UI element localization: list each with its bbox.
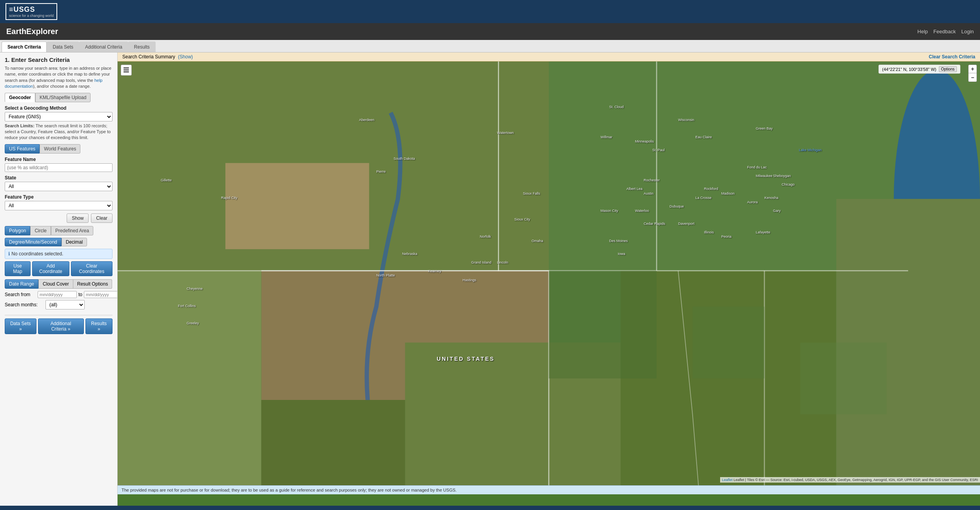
geocoding-method-label: Select a Geocoding Method [5,105,113,111]
layer-icon[interactable] [121,65,132,76]
site-header: ≡USGS science for a changing world [0,0,980,23]
add-coordinate-button[interactable]: Add Coordinate [32,261,69,276]
coordinate-buttons: Use Map Add Coordinate Clear Coordinates [5,261,113,276]
feature-name-input[interactable] [5,163,113,172]
clear-button[interactable]: Clear [91,213,113,223]
area-tab-predefined[interactable]: Predefined Area [51,226,93,235]
clear-coordinates-button[interactable]: Clear Coordinates [71,261,113,276]
zoom-out-button[interactable]: − [968,73,977,82]
city-label-chicago: Chicago [782,183,795,186]
svg-rect-16 [123,71,129,72]
geocoding-method-select[interactable]: Feature (GNIS) Address City Country [5,112,113,121]
map-header-text: Search Criteria Summary (Show) [122,54,193,60]
show-link[interactable]: (Show) [178,54,193,60]
city-label-lafayette: Lafayette [756,230,770,234]
options-button[interactable]: Options [939,66,957,72]
map-area: Search Criteria Summary (Show) Clear Sea… [118,52,980,506]
svg-rect-15 [123,69,129,71]
coord-tab-degree[interactable]: Degree/Minute/Second [5,238,62,246]
city-label-waterloo: Waterloo [635,209,649,213]
city-label-albertlea: Albert Lea [626,187,642,191]
section-heading: 1. Enter Search Criteria [5,56,113,63]
search-months-row: Search months: (all) January February [5,300,113,309]
top-nav: Help Feedback Login [917,29,974,34]
tab-search-criteria[interactable]: Search Criteria [2,42,47,52]
app-title: EarthExplorer [6,27,58,36]
feature-tabs: US Features World Features [5,144,113,154]
map-notice: The provided maps are not for purchase o… [118,485,980,494]
map-attribution: Leaflet Leaflet | Tiles © Esri — Source:… [720,477,980,483]
main-tabs: Search Criteria Data Sets Additional Cri… [0,40,980,52]
city-label-aberdeen: Aberdeen [359,118,374,122]
city-label-rockford: Rockford [704,187,718,191]
feature-type-label: Feature Type [5,194,113,200]
city-label-northplatte: North Platte [376,273,395,277]
subtab-geocoder[interactable]: Geocoder [5,93,35,102]
city-label-willmar: Willmar [601,135,612,139]
title-bar: EarthExplorer Help Feedback Login [0,23,980,40]
leaflet-link[interactable]: Leaflet [722,478,733,482]
site-footer: DOI Privacy Policy | Legal | Accessibili… [0,506,980,510]
date-from-row: Search from to [5,291,113,298]
city-label-wisconsin: Wisconsin [678,118,694,122]
subtab-kml[interactable]: KML/Shapefile Upload [35,93,91,102]
city-label-cedarrapids: Cedar Rapids [644,222,665,226]
date-tab-result[interactable]: Result Options [73,279,113,289]
area-tabs: Polygon Circle Predefined Area [5,226,113,235]
zoom-in-button[interactable]: + [968,65,977,73]
city-label-fondulac: Fond du Lac [747,165,767,169]
city-label-greeley: Greeley [187,321,199,325]
city-label-aurora: Aurora [747,200,758,204]
area-tab-circle[interactable]: Circle [30,226,51,235]
city-label-kenosha: Kenosha [764,196,779,200]
map-canvas[interactable]: Aberdeen St. Cloud Willmar Minneapolis S… [118,61,980,494]
area-tab-polygon[interactable]: Polygon [5,226,30,235]
city-label-davenport: Davenport [678,222,695,226]
city-label-austin: Austin [644,192,653,195]
additional-criteria-nav-btn[interactable]: Additional Criteria » [38,318,84,334]
clear-search-criteria-link[interactable]: Clear Search Criteria [929,54,975,60]
coord-display: (44°22'21" N, 100°33'58" W) Options [878,65,960,74]
btn-world-features[interactable]: World Features [40,144,80,154]
login-link[interactable]: Login [961,29,974,34]
feedback-link[interactable]: Feedback [933,29,956,34]
city-label-madison: Madison [721,192,735,195]
btn-us-features[interactable]: US Features [5,144,40,154]
tab-results[interactable]: Results [128,42,156,52]
date-to-input[interactable] [84,291,118,298]
show-button[interactable]: Show [67,213,89,223]
date-tab-range[interactable]: Date Range [5,279,38,289]
svg-rect-7 [261,400,405,494]
city-label-masoncity: Mason City [601,209,618,213]
city-label-lincoln: Lincoln [497,260,508,264]
city-label-eauclaire: Eau Claire [695,135,712,139]
state-select[interactable]: All Alabama Alaska [5,182,113,191]
coord-tabs: Degree/Minute/Second Decimal [5,238,113,246]
results-nav-btn[interactable]: Results » [85,318,113,334]
date-from-input[interactable] [38,291,77,298]
no-coords-message: No coordinates selected. [5,249,113,259]
city-label-southdakota: South Dakota [394,157,415,161]
help-link[interactable]: Help [917,29,928,34]
city-label-unitedstates: UNITED STATES [437,356,495,362]
data-sets-nav-btn[interactable]: Data Sets » [5,318,36,334]
date-tab-cloud[interactable]: Cloud Cover [38,279,73,289]
feature-type-select[interactable]: All Airport Bay [5,201,113,210]
city-label-desmoines: Des Moines [609,239,628,243]
city-label-grandisland: Grand Island [471,260,492,264]
city-label-stcloud: St. Cloud [609,105,624,109]
map-background [118,61,980,494]
svg-rect-13 [800,343,887,414]
city-label-fortcollins: Fort Collins [178,304,196,308]
tab-data-sets[interactable]: Data Sets [47,42,79,52]
search-months-select[interactable]: (all) January February [45,300,85,309]
svg-rect-11 [549,271,657,378]
city-label-lacrosse: La Crosse [695,196,711,200]
coord-tab-decimal[interactable]: Decimal [62,238,87,246]
city-label-norfolk: Norfolk [480,235,491,239]
city-label-pierre: Pierre [376,170,386,174]
city-label-milwaukee: Milwaukee [756,174,773,178]
use-map-button[interactable]: Use Map [5,261,31,276]
city-label-omaha: Omaha [532,239,543,243]
tab-additional-criteria[interactable]: Additional Criteria [79,42,128,52]
